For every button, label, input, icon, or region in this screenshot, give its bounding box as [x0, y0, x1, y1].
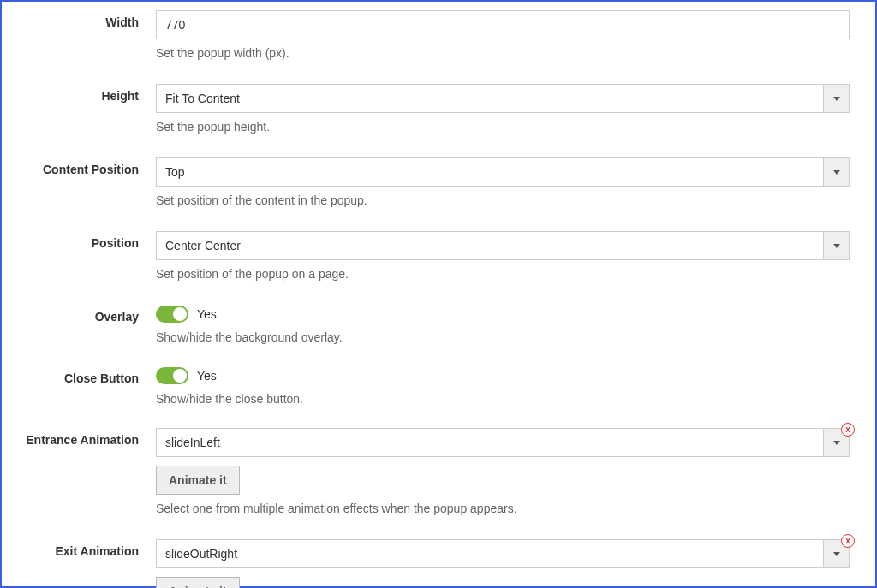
animate-exit-button[interactable]: Animate it [156, 577, 240, 588]
chevron-down-icon [833, 170, 840, 175]
entrance-animation-clear-button[interactable]: x [841, 423, 855, 437]
toggle-knob [173, 307, 187, 321]
height-select-value[interactable]: Fit To Content [156, 84, 824, 113]
close-icon: x [845, 537, 850, 545]
width-label: Width [10, 10, 156, 29]
entrance-animation-label: Entrance Animation [10, 428, 156, 447]
position-select-toggle[interactable] [824, 231, 850, 260]
chevron-down-icon [833, 552, 840, 556]
width-help: Set the popup width (px). [156, 46, 850, 60]
height-help: Set the popup height. [156, 120, 850, 134]
overlay-label: Overlay [10, 305, 156, 324]
position-help: Set position of the popup on a page. [156, 267, 850, 281]
close-button-help: Show/hide the close button. [156, 392, 850, 406]
content-position-select-toggle[interactable] [824, 157, 850, 187]
close-button-toggle-value: Yes [197, 369, 217, 383]
content-position-help: Set position of the content in the popup… [156, 193, 850, 207]
entrance-animation-select[interactable]: slideInLeft [156, 428, 850, 457]
close-button-label: Close Button [10, 366, 156, 385]
exit-animation-select[interactable]: slideOutRight [156, 539, 850, 568]
content-position-label: Content Position [10, 157, 156, 176]
position-select[interactable]: Center Center [156, 231, 850, 260]
height-label: Height [10, 84, 156, 103]
position-label: Position [10, 231, 156, 250]
chevron-down-icon [833, 441, 840, 445]
position-select-value[interactable]: Center Center [156, 231, 824, 260]
exit-animation-clear-button[interactable]: x [841, 534, 855, 548]
height-select-toggle[interactable] [824, 84, 850, 113]
entrance-animation-help: Select one from multiple animation effec… [156, 502, 850, 515]
animate-entrance-button[interactable]: Animate it [156, 466, 240, 495]
entrance-animation-select-value[interactable]: slideInLeft [156, 428, 824, 457]
close-icon: x [845, 425, 850, 434]
height-select[interactable]: Fit To Content [156, 84, 850, 113]
chevron-down-icon [833, 244, 840, 248]
toggle-knob [173, 369, 187, 383]
overlay-toggle-value: Yes [197, 307, 217, 321]
close-button-toggle[interactable] [156, 367, 188, 384]
exit-animation-select-value[interactable]: slideOutRight [156, 539, 824, 568]
content-position-select[interactable]: Top [156, 157, 850, 187]
overlay-help: Show/hide the background overlay. [156, 330, 850, 344]
chevron-down-icon [833, 97, 840, 101]
overlay-toggle[interactable] [156, 306, 188, 323]
content-position-select-value[interactable]: Top [156, 157, 824, 187]
width-input[interactable] [156, 10, 850, 39]
exit-animation-label: Exit Animation [10, 539, 156, 558]
